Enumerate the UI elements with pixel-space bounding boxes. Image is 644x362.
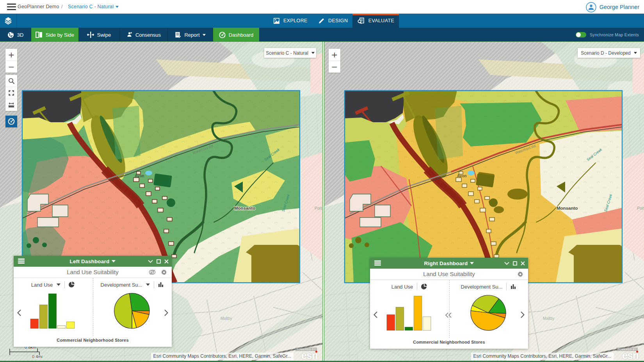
scale-bar: 0.8km 0.4mi: [9, 345, 79, 359]
bar-segment: [66, 322, 75, 328]
dashboard-menu-icon[interactable]: [374, 260, 381, 266]
active-tab-indicator: [352, 14, 399, 15]
pie-slice: [114, 293, 132, 328]
next-indicator-arrow[interactable]: [164, 309, 169, 316]
scale-mi-label: 0.4mi: [32, 354, 43, 359]
layers-icon: [4, 16, 12, 25]
prev-indicator-arrow[interactable]: [373, 311, 378, 318]
tab-explore[interactable]: EXPLORE: [273, 14, 308, 28]
land-use-chart-panel: Land Use: [370, 280, 449, 338]
minimize-icon[interactable]: [504, 262, 509, 265]
map-top-border: [0, 41, 644, 42]
tab-evaluate[interactable]: EVALUATE: [352, 14, 399, 28]
chart-selector[interactable]: Land Use: [31, 282, 53, 288]
widget-header: Land Use Suitability: [14, 267, 172, 278]
measure-ruler-icon: [8, 102, 15, 108]
prev-indicator-arrow[interactable]: [17, 309, 21, 316]
map-attribution: Esri Community Maps Contributors, Esri, …: [471, 353, 614, 360]
close-icon[interactable]: [521, 261, 525, 266]
development-chart-panel: Development Su...: [93, 278, 172, 336]
report-icon: [175, 32, 181, 38]
map-label-port: Port: [315, 206, 322, 210]
scenario-selector-right[interactable]: Scenario D - Developed: [578, 48, 640, 58]
esri-logo: POWERED BY esri: [294, 348, 318, 360]
chevron-down-icon: [634, 52, 637, 54]
map-label-suburb: Maltby: [543, 316, 554, 321]
pie-chart-type-icon[interactable]: [69, 282, 75, 288]
tab-design[interactable]: DESIGN: [318, 14, 348, 28]
esri-logo-dot: [636, 351, 638, 353]
chevron-down-icon: [57, 284, 60, 286]
collapse-divider-icon[interactable]: [445, 312, 452, 318]
right-dashboard-titlebar[interactable]: Right Dashboard: [370, 258, 528, 269]
minimize-icon[interactable]: [148, 260, 153, 263]
swipe-button[interactable]: Swipe: [78, 28, 120, 42]
chart-selector[interactable]: Land Use: [391, 284, 413, 290]
header-bar: GeoPlanner Demo / Scenario C - Natural G…: [0, 0, 644, 14]
3d-button[interactable]: 3D: [0, 28, 31, 42]
close-icon[interactable]: [164, 259, 169, 264]
left-dashboard-panel: Left Dashboard Land Use Suitability Land: [14, 256, 172, 347]
widget-title: Land Use Suitability: [14, 269, 172, 275]
map-label-monsanto: Monsanto: [557, 206, 578, 210]
bar-chart-type-icon[interactable]: [511, 284, 517, 289]
synchronize-map-extents-toggle[interactable]: Synchronize Map Extents: [576, 28, 639, 42]
breadcrumb-project[interactable]: GeoPlanner Demo: [18, 4, 59, 9]
widget-title: Land Use Suitability: [370, 271, 528, 277]
widget-header: Land Use Suitability: [370, 269, 528, 280]
zoom-in-button[interactable]: +: [329, 49, 340, 61]
hamburger-menu-icon[interactable]: [7, 4, 16, 10]
esri-logo-dot: [315, 351, 317, 353]
evaluate-toolbar: 3D Side by Side Swipe Consensus Report D…: [0, 28, 644, 42]
zoom-control-left: + −: [5, 49, 17, 73]
visibility-icon[interactable]: [149, 269, 156, 275]
bar-chart-type-icon[interactable]: [158, 282, 164, 287]
measure-button[interactable]: [5, 99, 17, 111]
chevron-down-icon: [470, 262, 474, 264]
chevron-down-icon: [311, 52, 315, 54]
toggle-switch[interactable]: [576, 32, 586, 37]
gear-icon[interactable]: [161, 269, 167, 275]
side-by-side-button[interactable]: Side by Side: [31, 28, 78, 42]
map-attribution: Esri Community Maps Contributors, Esri, …: [151, 353, 294, 360]
zoom-out-button[interactable]: −: [5, 61, 17, 73]
next-indicator-arrow[interactable]: [520, 311, 525, 318]
expand-icon: [8, 90, 14, 96]
report-button[interactable]: Report: [168, 28, 213, 42]
zoom-in-button[interactable]: +: [5, 49, 17, 61]
development-chart-panel: Development Su...: [449, 280, 528, 338]
search-button[interactable]: [5, 75, 17, 87]
pie-chart-type-icon[interactable]: [421, 284, 427, 290]
swipe-icon: [87, 32, 94, 38]
chart-selector[interactable]: Development Su...: [101, 282, 142, 288]
breadcrumb-separator: /: [61, 4, 62, 9]
bar-segment: [414, 296, 422, 330]
map-label-suburb: Maltby: [221, 316, 232, 321]
dashboard-menu-icon[interactable]: [18, 259, 25, 264]
maximize-icon[interactable]: [513, 261, 517, 266]
maximize-icon[interactable]: [157, 259, 161, 264]
dashboard-map-button-active[interactable]: [5, 116, 17, 127]
user-menu[interactable]: George Planner: [586, 2, 639, 12]
dashboard-button[interactable]: Dashboard: [213, 28, 259, 42]
globe-icon: [7, 32, 14, 38]
map-split-divider[interactable]: [322, 42, 324, 362]
scenario-selector-left[interactable]: Scenario C - Natural: [264, 48, 316, 58]
expand-button[interactable]: [5, 87, 17, 99]
bar-segment: [39, 305, 48, 328]
dashboard-gauge-icon: [8, 118, 15, 125]
dashboard-charts: Land Use Development Su...: [370, 280, 528, 338]
zoom-out-button[interactable]: −: [329, 61, 340, 73]
esri-logo: POWERED BY esri: [614, 348, 639, 360]
side-by-side-icon: [36, 32, 43, 38]
chevron-down-icon: [203, 34, 206, 36]
left-dashboard-titlebar[interactable]: Left Dashboard: [14, 256, 172, 267]
map-label-town: Avon: [457, 174, 467, 178]
consensus-button[interactable]: Consensus: [120, 28, 168, 42]
chevron-down-icon: [112, 260, 116, 262]
layers-button[interactable]: [0, 14, 17, 28]
gear-icon[interactable]: [518, 271, 523, 277]
chart-selector[interactable]: Development Su...: [461, 284, 503, 290]
breadcrumb-scenario-dropdown[interactable]: Scenario C - Natural: [68, 4, 119, 9]
zoom-control-right: + −: [329, 49, 340, 73]
